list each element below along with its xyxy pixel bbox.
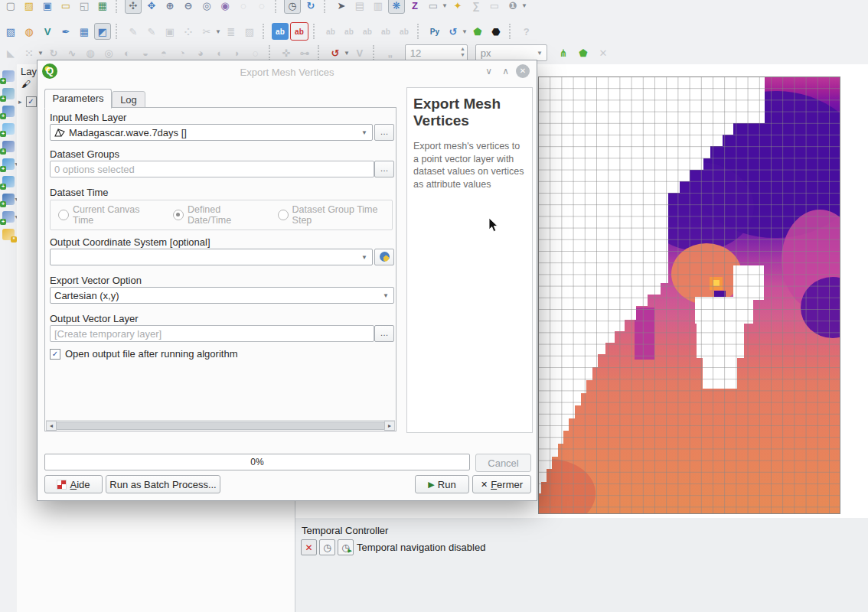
undo-edit-icon[interactable]: ▨ <box>241 23 258 40</box>
new-virtual-icon[interactable]: ▦ <box>76 23 93 40</box>
zoom-full-icon[interactable]: ◉ <box>217 0 233 14</box>
style-brush-icon[interactable]: 🖌 <box>21 79 31 90</box>
zoom-in-icon[interactable]: ⊕ <box>162 0 178 14</box>
add-vector-layer-icon[interactable]: + <box>2 70 15 82</box>
cancel-button[interactable]: Cancel <box>475 454 531 472</box>
temporal-fixed-range-button[interactable]: ◷ <box>319 539 335 555</box>
add-mesh-layer-icon[interactable]: + <box>2 106 15 117</box>
advanced-digitize-icon[interactable]: ◣ <box>2 44 19 61</box>
refresh-icon[interactable]: ↻ <box>302 0 319 14</box>
label-font-size-spinner[interactable]: 12 ▲▼ <box>405 44 468 61</box>
trim-extend-icon[interactable]: ⊶ <box>296 44 313 61</box>
measure-icon[interactable]: ▭ <box>425 0 442 14</box>
simplify-feature-icon[interactable]: ∿ <box>64 44 80 61</box>
vertex-tool-icon[interactable]: ✂ <box>198 23 215 40</box>
export-vector-option-combo[interactable]: Cartesian (x,y) ▼ <box>50 287 394 304</box>
add-ring-icon[interactable]: ◍ <box>82 44 99 61</box>
label-pin-icon[interactable]: ab <box>322 23 339 40</box>
scrollbar-thumb[interactable] <box>56 422 385 430</box>
pan-selection-icon[interactable]: ✥ <box>143 0 160 14</box>
new-project-icon[interactable]: ▢ <box>2 0 19 14</box>
add-oracle-layer-icon[interactable]: +▼ <box>2 194 15 205</box>
add-postgis-layer-icon[interactable]: + <box>2 141 15 152</box>
radio-current-canvas-time[interactable]: Current Canvas Time <box>58 204 156 226</box>
rollup-icon[interactable]: ∧ <box>502 66 509 76</box>
fill-ring-icon[interactable]: ◐ <box>119 44 135 61</box>
delete-part-icon[interactable]: ◓ <box>155 44 172 61</box>
rolldown-icon[interactable]: ∨ <box>485 66 492 76</box>
edit-pencil-icon[interactable]: ✎ <box>143 23 160 40</box>
input-mesh-layer-combo[interactable]: Madagascar.wave.7days [] ▼ <box>50 124 373 141</box>
chevron-down-icon[interactable]: ▼ <box>215 28 221 35</box>
split-parts-icon[interactable]: ◗ <box>229 44 246 61</box>
output-vector-layer-field[interactable]: [Create temporary layer] <box>50 325 374 342</box>
chevron-down-icon[interactable]: ▼ <box>521 2 527 9</box>
mesh-calculator-icon[interactable]: ◩ <box>94 23 111 40</box>
delete-selected-icon[interactable]: ✕ <box>595 44 612 61</box>
annotation-icon[interactable]: ▭ <box>486 0 503 14</box>
zoom-next-icon[interactable]: ◌ <box>253 0 270 14</box>
label-unit-combo[interactable]: px ▼ <box>475 44 547 61</box>
new-geopackage-icon[interactable]: ✒ <box>57 23 74 40</box>
label-ab-icon[interactable]: ab <box>272 23 289 40</box>
chevron-down-icon[interactable]: ▼ <box>38 50 44 57</box>
add-vector-layer-icon[interactable]: ◍ <box>21 23 38 40</box>
add-raster-layer-icon[interactable]: + <box>2 88 15 99</box>
layer-visibility-checkbox[interactable]: ✓ <box>26 96 37 107</box>
discard-edits-icon[interactable]: ↺ <box>327 44 344 61</box>
identify-icon[interactable]: ➤ <box>333 0 350 14</box>
add-part-icon[interactable]: ◎ <box>100 44 117 61</box>
zoom-native-icon[interactable]: ◎ <box>198 0 215 14</box>
debug-bug-icon[interactable]: ⬣ <box>488 23 504 40</box>
rotate-feature-icon[interactable]: ↻ <box>45 44 62 61</box>
node-tool-green-icon[interactable]: ⋔ <box>555 44 572 61</box>
search-layout-icon[interactable]: ◱ <box>76 0 93 14</box>
open-table-icon[interactable]: ▥ <box>370 0 387 14</box>
zoom-last-icon[interactable]: ◌ <box>235 0 252 14</box>
open-project-icon[interactable]: ▨ <box>21 0 38 14</box>
run-button[interactable]: ▶ Run <box>415 475 469 493</box>
snowflake-icon[interactable]: ❋ <box>388 0 405 14</box>
tab-parameters[interactable]: Parameters <box>44 89 112 109</box>
close-icon[interactable]: ✕ <box>516 64 530 78</box>
close-dialog-button[interactable]: ✕ Fermer <box>472 475 531 493</box>
attribute-table-icon[interactable]: ▤ <box>351 0 368 14</box>
processing-area-icon[interactable]: ⬟ <box>469 23 486 40</box>
map-tips-icon[interactable]: ✦ <box>449 0 466 14</box>
merge-features-icon[interactable]: ◌ <box>247 44 264 61</box>
add-spatialite-layer-icon[interactable]: +▼ <box>2 158 15 170</box>
expander-icon[interactable]: ▸ <box>18 98 22 106</box>
add-mssql-layer-icon[interactable]: + <box>2 176 15 187</box>
output-vector-layer-browse-button[interactable]: … <box>374 325 394 342</box>
dataset-groups-field[interactable]: 0 options selected <box>50 161 374 177</box>
label-change-icon[interactable]: ab <box>396 23 413 40</box>
pan-map-icon[interactable]: ✣ <box>125 0 142 14</box>
temporal-z-icon[interactable]: Z <box>406 0 423 14</box>
label-abc-stop-icon[interactable]: ab <box>290 22 308 41</box>
vertex-marker-icon[interactable]: V <box>351 44 368 61</box>
split-features-icon[interactable]: ◖ <box>210 44 227 61</box>
scroll-right-icon[interactable]: ▸ <box>384 421 395 431</box>
temporal-disable-button[interactable]: ✕ <box>301 539 317 555</box>
layer-tree-row[interactable]: ▸ ✓ <box>18 96 37 107</box>
toggle-editing-icon[interactable]: ✎ <box>125 23 142 40</box>
text-quote-icon[interactable]: „ <box>382 44 399 61</box>
output-crs-combo[interactable]: ▼ <box>50 249 373 265</box>
style-manager-icon[interactable]: ▦ <box>94 0 111 14</box>
undo-icon[interactable]: ↺ <box>445 23 462 40</box>
statistics-icon[interactable]: ∑ <box>468 0 485 14</box>
input-mesh-layer-browse-button[interactable]: … <box>374 124 394 141</box>
chevron-down-icon[interactable]: ▼ <box>442 2 448 9</box>
radio-dataset-group-time-step[interactable]: Dataset Group Time Step <box>278 204 392 226</box>
dialog-titlebar[interactable]: Q Export Mesh Vertices ∨ ∧ ✕ <box>38 60 537 83</box>
radio-defined-datetime[interactable]: Defined Date/Time <box>173 204 261 226</box>
crs-picker-button[interactable] <box>374 249 394 265</box>
open-output-checkbox-row[interactable]: ✓ Open output file after running algorit… <box>50 348 237 360</box>
spinner-arrows-icon[interactable]: ▲▼ <box>460 46 465 58</box>
rotate-point-icon[interactable]: ✜ <box>278 44 295 61</box>
datasource-manager-icon[interactable]: ▧ <box>2 23 19 40</box>
move-label-green-icon[interactable]: ⬟ <box>575 44 592 61</box>
scroll-left-icon[interactable]: ◂ <box>46 421 57 431</box>
temporal-animated-button[interactable]: ◷ ▶ <box>338 539 354 555</box>
chevron-down-icon[interactable]: ▼ <box>344 50 350 57</box>
